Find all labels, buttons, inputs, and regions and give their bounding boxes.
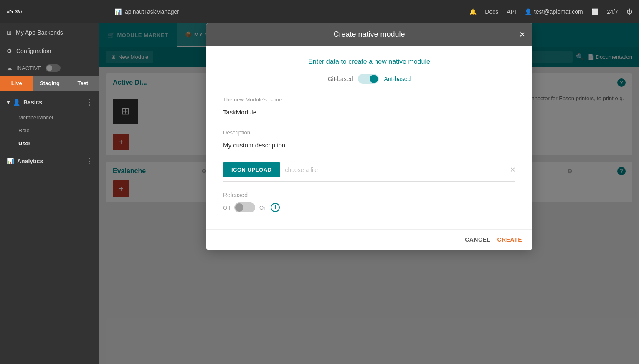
api-link[interactable]: API	[507, 8, 516, 15]
sidebar-section-basics-header[interactable]: ▾ 👤 Basics ⋮	[0, 94, 99, 111]
sidebar-section-basics: ▾ 👤 Basics ⋮ MemberModel Role User	[0, 91, 99, 152]
main-layout: ⊞ My App-Backends ⚙ Configuration ☁ INAC…	[0, 23, 639, 364]
app-name-icon: 📊	[114, 8, 122, 15]
description-label: Description	[223, 129, 515, 136]
icon-upload-placeholder: choose a file	[285, 167, 505, 173]
toggle-row: Git-based Ant-based	[223, 74, 515, 84]
window-icon[interactable]: ⬜	[591, 8, 598, 15]
chevron-down-icon: ▾	[7, 99, 10, 106]
analytics-icon: 📊	[7, 158, 14, 164]
docs-link[interactable]: Docs	[485, 8, 498, 15]
svg-text:APi: APi	[7, 10, 13, 14]
sidebar: ⊞ My App-Backends ⚙ Configuration ☁ INAC…	[0, 23, 99, 364]
sidebar-sub-item-user[interactable]: User	[0, 137, 99, 150]
modal-close-btn[interactable]: ✕	[519, 30, 525, 39]
content-area: 🛒 MODULE MARKET 📦 MY MODULES 🖥 CLASS EDI…	[99, 23, 639, 364]
mode-toggle-switch[interactable]	[358, 74, 379, 84]
create-button[interactable]: CREATE	[497, 236, 522, 243]
env-tabs: Live Staging Test	[0, 76, 99, 91]
sidebar-item-my-app-backends[interactable]: ⊞ My App-Backends	[0, 23, 99, 42]
released-toggle-switch[interactable]	[234, 202, 255, 212]
gear-icon: ⚙	[7, 48, 12, 54]
released-info-icon[interactable]: i	[271, 203, 280, 212]
sidebar-sub-item-role[interactable]: Role	[0, 124, 99, 137]
cloud-icon: ☁	[7, 65, 12, 71]
module-name-group: The new Module's name	[223, 96, 515, 119]
sidebar-item-configuration[interactable]: ⚙ Configuration	[0, 42, 99, 60]
user-avatar-icon: 👤	[525, 8, 532, 15]
description-input[interactable]	[223, 138, 515, 152]
icon-upload-btn[interactable]: ICON UPLOAD	[223, 162, 280, 177]
icon-upload-clear[interactable]: ✕	[510, 166, 515, 174]
svg-point-2	[16, 11, 17, 12]
sidebar-section-analytics-header[interactable]: 📊 Analytics ⋮	[0, 152, 99, 170]
env-tab-test[interactable]: Test	[66, 76, 99, 91]
module-name-label: The new Module's name	[223, 96, 515, 103]
bell-icon[interactable]: 🔔	[469, 8, 477, 15]
modal-subtitle: Enter data to create a new native module	[223, 58, 515, 66]
env-tab-staging[interactable]: Staging	[33, 76, 66, 91]
more-icon[interactable]: ⋮	[85, 98, 93, 107]
header-right: 🔔 Docs API 👤 test@apiomat.com ⬜ 24/7 ⏻	[469, 8, 632, 15]
create-native-module-modal: Create native module ✕ Enter data to cre…	[206, 23, 532, 250]
modal-overlay: Create native module ✕ Enter data to cre…	[99, 23, 639, 364]
app-name-text: apinautTaskManager	[125, 8, 179, 15]
module-name-input[interactable]	[223, 105, 515, 119]
released-row: Off On i	[223, 202, 515, 212]
analytics-label: Analytics	[17, 158, 43, 164]
basics-label: Basics	[23, 99, 42, 106]
top-header: APi MAT 📊 apinautTaskManager 🔔 Docs API …	[0, 0, 639, 23]
sidebar-sub-item-membermodel[interactable]: MemberModel	[0, 111, 99, 124]
icon-upload-row: ICON UPLOAD choose a file ✕	[223, 162, 515, 182]
user-email: test@apiomat.com	[534, 8, 583, 15]
released-section: Released Off On i	[223, 192, 515, 212]
cancel-button[interactable]: CANCEL	[465, 236, 490, 243]
grid-icon: ⊞	[7, 29, 12, 36]
power-icon[interactable]: ⏻	[626, 8, 632, 15]
inactive-toggle-switch[interactable]	[46, 64, 61, 72]
description-group: Description	[223, 129, 515, 152]
inactive-toggle: ☁ INACTIVE	[0, 60, 99, 76]
svg-text:MAT: MAT	[18, 10, 22, 14]
logo: APi MAT	[7, 4, 106, 19]
env-tab-live[interactable]: Live	[0, 76, 33, 91]
modal-footer: CANCEL CREATE	[206, 229, 532, 250]
app-name-area: 📊 apinautTaskManager	[114, 8, 469, 15]
my-app-backends-label: My App-Backends	[16, 29, 63, 36]
inactive-label: INACTIVE	[16, 65, 41, 71]
configuration-label: Configuration	[16, 48, 51, 54]
modal-body: Enter data to create a new native module…	[206, 46, 532, 229]
ant-based-label: Ant-based	[384, 76, 411, 82]
released-on-label: On	[259, 205, 266, 211]
modal-title: Create native module	[333, 30, 405, 39]
user-info: 👤 test@apiomat.com	[525, 8, 583, 15]
analytics-more-icon[interactable]: ⋮	[85, 157, 93, 166]
phone-icon: 24/7	[607, 8, 618, 15]
git-based-label: Git-based	[328, 76, 353, 82]
person-icon: 👤	[13, 99, 20, 106]
released-label: Released	[223, 192, 515, 198]
released-off-label: Off	[223, 205, 230, 211]
modal-header: Create native module ✕	[206, 23, 532, 46]
